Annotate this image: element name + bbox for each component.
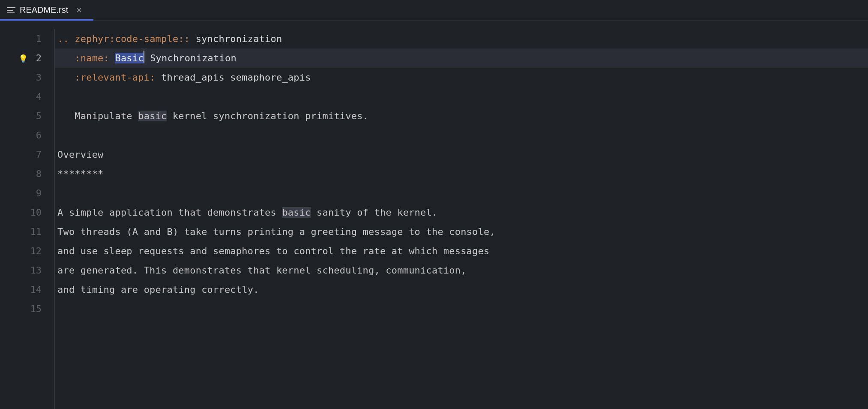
- editor: 1 💡 2 3 4 5 6 7 8 9 10 11 12 13 14 15 ..…: [0, 21, 868, 409]
- line-number[interactable]: 1: [0, 29, 54, 48]
- line-number[interactable]: 7: [0, 145, 54, 164]
- line-number[interactable]: 9: [0, 183, 54, 203]
- code-line[interactable]: Overview: [57, 145, 868, 164]
- text-selection: Basic: [115, 53, 144, 63]
- code-line[interactable]: .. zephyr:code-sample:: synchronization: [57, 29, 868, 48]
- code-area[interactable]: .. zephyr:code-sample:: synchronization …: [55, 29, 868, 409]
- code-line[interactable]: are generated. This demonstrates that ke…: [57, 261, 868, 280]
- code-line[interactable]: ********: [57, 164, 868, 183]
- code-line[interactable]: and use sleep requests and semaphores to…: [57, 241, 868, 261]
- line-number[interactable]: 11: [0, 222, 54, 241]
- lightbulb-icon[interactable]: 💡: [18, 48, 28, 68]
- match-highlight: basic: [282, 207, 311, 218]
- line-number[interactable]: 15: [0, 299, 54, 319]
- tab-bar: README.rst ✕: [0, 0, 868, 21]
- code-line[interactable]: [57, 299, 868, 319]
- line-number[interactable]: 4: [0, 87, 54, 106]
- code-line[interactable]: and timing are operating correctly.: [57, 280, 868, 299]
- line-number-gutter: 1 💡 2 3 4 5 6 7 8 9 10 11 12 13 14 15: [0, 29, 55, 409]
- line-number[interactable]: 💡 2: [0, 48, 54, 68]
- code-line[interactable]: Two threads (A and B) take turns printin…: [57, 222, 868, 241]
- line-number[interactable]: 12: [0, 241, 54, 261]
- close-icon[interactable]: ✕: [76, 6, 82, 15]
- line-number[interactable]: 3: [0, 68, 54, 87]
- code-line[interactable]: [57, 87, 868, 106]
- file-type-icon: [7, 7, 15, 13]
- code-line[interactable]: A simple application that demonstrates b…: [57, 203, 868, 222]
- line-number[interactable]: 14: [0, 280, 54, 299]
- code-line[interactable]: :relevant-api: thread_apis semaphore_api…: [57, 68, 868, 87]
- tab-filename: README.rst: [20, 5, 68, 15]
- file-tab[interactable]: README.rst ✕: [0, 0, 90, 20]
- line-number[interactable]: 13: [0, 261, 54, 280]
- code-line[interactable]: [57, 183, 868, 203]
- line-number[interactable]: 5: [0, 106, 54, 126]
- code-line[interactable]: Manipulate basic kernel synchronization …: [57, 106, 868, 126]
- line-number[interactable]: 6: [0, 126, 54, 145]
- line-number[interactable]: 8: [0, 164, 54, 183]
- active-tab-indicator: [0, 19, 93, 21]
- match-highlight: basic: [138, 111, 167, 121]
- code-line-active[interactable]: :name: Basic Synchronization: [55, 48, 868, 68]
- line-number[interactable]: 10: [0, 203, 54, 222]
- code-line[interactable]: [57, 126, 868, 145]
